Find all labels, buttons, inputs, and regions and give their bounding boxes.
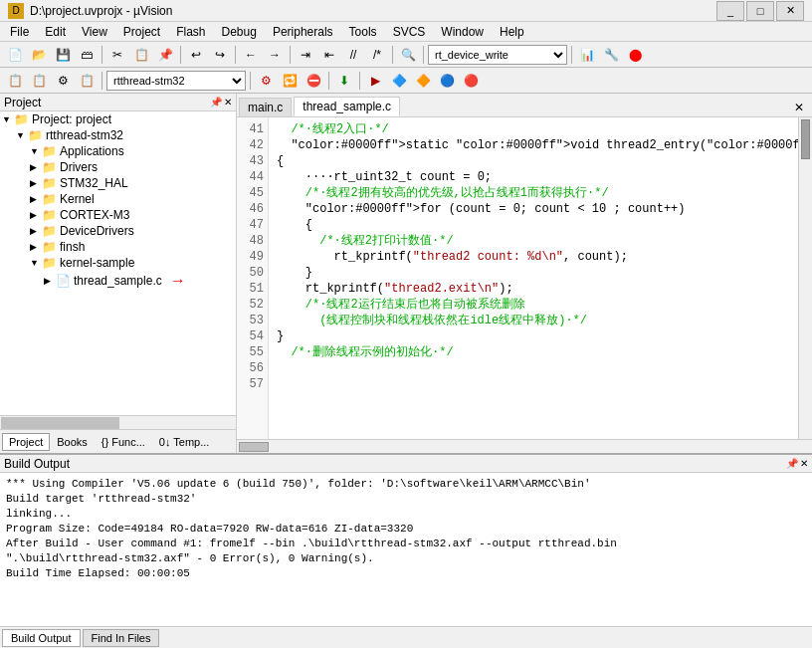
editor-close-button[interactable]: ✕ [788, 99, 810, 116]
tb-extra1[interactable]: 📊 [576, 44, 598, 66]
menu-item-svcs[interactable]: SVCS [385, 23, 434, 41]
tree-item-8[interactable]: ▶📁finsh [0, 239, 236, 255]
tree-item-7[interactable]: ▶📁DeviceDrivers [0, 223, 236, 239]
build-line-5: ".\build\rtthread-stm32.axf" - 0 Error(s… [6, 551, 806, 566]
new-button[interactable]: 📄 [4, 44, 26, 66]
tree-label-6: CORTEX-M3 [60, 208, 129, 222]
menu-item-view[interactable]: View [74, 23, 115, 41]
save-all-button[interactable]: 🗃 [76, 44, 98, 66]
download-button[interactable]: ⬇ [333, 70, 355, 92]
build-button[interactable]: ⚙ [255, 70, 277, 92]
tb-extra3[interactable]: ⬤ [624, 44, 646, 66]
tb-extra2[interactable]: 🔧 [600, 44, 622, 66]
tree-item-2[interactable]: ▼📁Applications [0, 143, 236, 159]
function-combo[interactable]: rt_device_write [428, 45, 567, 65]
menu-bar: FileEditViewProjectFlashDebugPeripherals… [0, 22, 812, 42]
project-tab-3[interactable]: 0↓ Temp... [152, 433, 217, 451]
menu-item-edit[interactable]: Edit [37, 23, 74, 41]
build-line-3: Program Size: Code=49184 RO-data=7920 RW… [6, 522, 806, 537]
project-tab-1[interactable]: Books [50, 433, 95, 451]
toolbar2-b2[interactable]: 📋 [28, 70, 50, 92]
project-tab-0[interactable]: Project [2, 433, 50, 451]
menu-item-debug[interactable]: Debug [214, 23, 265, 41]
menu-item-project[interactable]: Project [115, 23, 168, 41]
nav-fwd-button[interactable]: → [264, 44, 286, 66]
code-line-43: { [277, 153, 812, 169]
menu-item-window[interactable]: Window [433, 23, 492, 41]
code-line-42: "color:#0000ff">static "color:#0000ff">v… [277, 137, 812, 153]
menu-item-help[interactable]: Help [492, 23, 532, 41]
menu-item-flash[interactable]: Flash [168, 23, 213, 41]
paste-button[interactable]: 📌 [154, 44, 176, 66]
project-pin-icon[interactable]: 📌 [210, 97, 222, 108]
editor-content[interactable]: 4142434445464748495051525354555657 /*·线程… [237, 117, 812, 439]
tree-item-3[interactable]: ▶📁Drivers [0, 159, 236, 175]
build-output-pin-icon[interactable]: 📌 [786, 458, 798, 469]
tree-icon-4: 📁 [42, 176, 57, 190]
build-line-6: Build Time Elapsed: 00:00:05 [6, 566, 806, 581]
undo-button[interactable]: ↩ [185, 44, 207, 66]
cut-button[interactable]: ✂ [106, 44, 128, 66]
close-button[interactable]: ✕ [776, 1, 804, 21]
editor-vscroll[interactable] [798, 117, 812, 439]
unindent-button[interactable]: ⇤ [318, 44, 340, 66]
tree-item-9[interactable]: ▼📁kernel-sample [0, 255, 236, 271]
project-header-title: Project [4, 96, 41, 109]
tb2-extra1[interactable]: 🔷 [388, 70, 410, 92]
rebuild-button[interactable]: 🔁 [279, 70, 301, 92]
toolbar2-b1[interactable]: 📋 [4, 70, 26, 92]
tb2-extra3[interactable]: 🔵 [436, 70, 458, 92]
debug-button[interactable]: ▶ [364, 70, 386, 92]
title-text: D:\project.uvprojx - µVision [30, 4, 716, 18]
tree-item-1[interactable]: ▼📁rtthread-stm32 [0, 127, 236, 143]
build-output-close-icon[interactable]: ✕ [800, 458, 808, 469]
comment-button[interactable]: // [342, 44, 364, 66]
tree-item-6[interactable]: ▶📁CORTEX-M3 [0, 207, 236, 223]
tree-item-0[interactable]: ▼📁Project: project [0, 111, 236, 127]
editor-hscroll[interactable] [237, 439, 812, 453]
minimize-button[interactable]: _ [716, 1, 744, 21]
project-hscroll[interactable] [0, 415, 236, 429]
uncomment-button[interactable]: /* [366, 44, 388, 66]
indent-button[interactable]: ⇥ [295, 44, 316, 66]
tree-item-5[interactable]: ▶📁Kernel [0, 191, 236, 207]
menu-item-peripherals[interactable]: Peripherals [265, 23, 341, 41]
editor-tab-1[interactable]: thread_sample.c [294, 97, 400, 116]
save-button[interactable]: 💾 [52, 44, 74, 66]
build-tab-1[interactable]: Find In Files [83, 629, 160, 647]
toolbar2-b3[interactable]: ⚙ [52, 70, 74, 92]
build-output-tabs: Build OutputFind In Files [0, 626, 812, 648]
build-tab-0[interactable]: Build Output [2, 629, 81, 647]
project-close-icon[interactable]: ✕ [224, 97, 232, 108]
tree-item-4[interactable]: ▶📁STM32_HAL [0, 175, 236, 191]
toolbar-sep1 [102, 46, 102, 64]
project-tabs: ProjectBooks{} Func...0↓ Temp... [0, 429, 236, 453]
build-output-content[interactable]: *** Using Compiler 'V5.06 update 6 (buil… [0, 473, 812, 626]
window-controls: _ □ ✕ [716, 1, 804, 21]
menu-item-tools[interactable]: Tools [341, 23, 385, 41]
tree-item-10[interactable]: ▶📄thread_sample.c→ [0, 271, 236, 291]
open-button[interactable]: 📂 [28, 44, 50, 66]
redo-button[interactable]: ↪ [209, 44, 231, 66]
line-number-54: 54 [241, 328, 264, 344]
title-bar: D D:\project.uvprojx - µVision _ □ ✕ [0, 0, 812, 22]
target-combo[interactable]: rtthread-stm32 [106, 71, 246, 91]
code-line-50: rt_kprintf("thread2 count: %d\n", count)… [277, 249, 812, 265]
toolbar2-b4[interactable]: 📋 [76, 70, 98, 92]
maximize-button[interactable]: □ [746, 1, 774, 21]
tree-toggle-7: ▶ [30, 226, 40, 236]
code-line-55: } [277, 328, 812, 344]
toolbar-sep5 [392, 46, 393, 64]
tb2-extra2[interactable]: 🔶 [412, 70, 434, 92]
find-button[interactable]: 🔍 [397, 44, 419, 66]
project-tab-2[interactable]: {} Func... [95, 433, 152, 451]
toolbar-sep7 [571, 46, 572, 64]
tb2-extra4[interactable]: 🔴 [460, 70, 482, 92]
line-number-43: 43 [241, 153, 264, 169]
nav-back-button[interactable]: ← [240, 44, 262, 66]
editor-tab-0[interactable]: main.c [239, 98, 292, 116]
tree-label-0: Project: project [32, 112, 111, 126]
stop-build-button[interactable]: ⛔ [303, 70, 324, 92]
copy-button[interactable]: 📋 [130, 44, 152, 66]
menu-item-file[interactable]: File [2, 23, 37, 41]
